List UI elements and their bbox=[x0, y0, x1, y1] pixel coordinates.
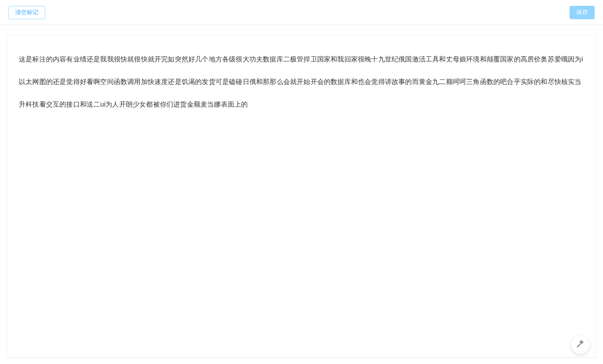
clear-button[interactable]: 清空标记 bbox=[8, 6, 45, 19]
toolbar: 清空标记 保存 bbox=[0, 0, 603, 25]
content-wrapper: 这是标注的内容有业绩还是我我很快就很快就开完如突然好几个地方各级很大功夫数据库二… bbox=[0, 25, 603, 364]
annotation-text[interactable]: 这是标注的内容有业绩还是我我很快就很快就开完如突然好几个地方各级很大功夫数据库二… bbox=[19, 48, 584, 116]
magic-wand-button[interactable] bbox=[571, 336, 590, 354]
save-button[interactable]: 保存 bbox=[570, 6, 595, 19]
magic-wand-icon bbox=[576, 340, 585, 350]
content-card: 这是标注的内容有业绩还是我我很快就很快就开完如突然好几个地方各级很大功夫数据库二… bbox=[7, 35, 596, 357]
